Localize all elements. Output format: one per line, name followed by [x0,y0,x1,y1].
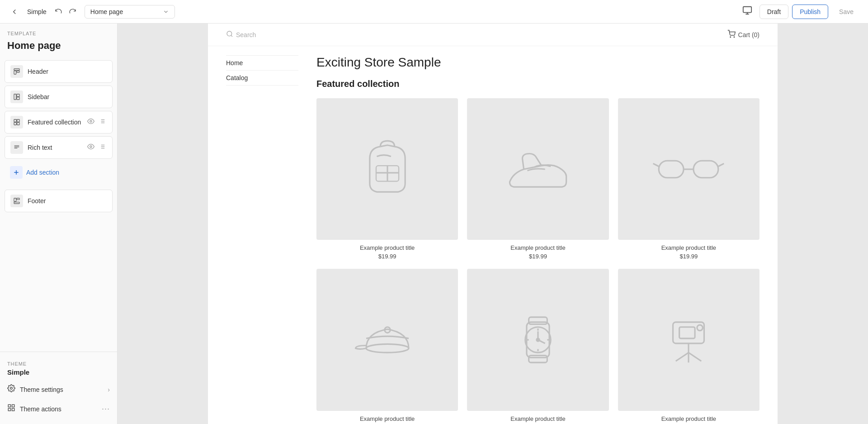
svg-rect-34 [17,198,19,200]
product-card-4[interactable]: Example product title $19.99 [316,269,458,424]
cart-area[interactable]: Cart (0) [727,30,760,39]
template-label: TEMPLATE [0,24,117,38]
product-grid: Example product title $19.99 [316,98,760,424]
add-section-plus-icon [10,166,23,179]
back-button[interactable] [7,5,22,19]
cart-label: Cart (0) [738,31,760,38]
svg-line-41 [231,35,232,37]
publish-button[interactable]: Publish [792,5,828,19]
svg-rect-32 [14,202,19,204]
featured-collection-title: Featured collection [316,79,760,89]
draft-button[interactable]: Draft [760,5,788,19]
preview-area: Search Cart (0) Home Catalog [118,24,868,424]
svg-rect-0 [743,7,751,13]
svg-rect-46 [659,161,684,178]
sidebar-page-title: Home page [0,38,117,59]
product-image-5 [467,269,609,410]
main-layout: TEMPLATE Home page Header Sidebar Featur… [0,0,868,424]
store-title-bar: Exciting Store Sample [316,55,760,70]
svg-line-69 [689,353,701,361]
header-section-icon [10,65,23,78]
header-section-name: Header [28,68,107,75]
preview-frame: Search Cart (0) Home Catalog [208,24,778,424]
svg-rect-33 [14,198,16,201]
sidebar-bottom: THEME Simple Theme settings › Theme acti… [0,352,117,424]
product-name-3: Example product title [661,244,716,251]
topbar-right: Draft Publish Save [739,4,861,19]
sidebar-section-name: Sidebar [28,93,107,100]
topbar: Simple Home page Draft Publish Save [0,0,868,24]
nav-item-catalog[interactable]: Catalog [226,71,298,86]
svg-rect-3 [14,69,19,70]
section-header[interactable]: Header [5,60,113,83]
rich-text-drag-icon[interactable] [98,143,107,152]
svg-rect-7 [17,94,19,96]
add-section-label: Add section [26,169,59,176]
page-selector[interactable]: Home page [85,5,175,19]
svg-rect-38 [8,409,10,411]
theme-label: THEME [0,357,117,367]
section-rich-text[interactable]: Rich text [5,136,113,159]
page-selector-value: Home page [90,8,123,15]
featured-collection-drag-icon[interactable] [98,117,107,127]
undo-button[interactable] [52,5,65,18]
product-card-6[interactable]: Example product title $19.99 [618,269,760,424]
add-section-button[interactable]: Add section [5,162,113,183]
nav-item-home[interactable]: Home [226,55,298,71]
svg-point-35 [10,387,13,390]
product-price-1: $19.99 [378,253,396,260]
svg-line-49 [653,163,659,166]
product-card-5[interactable]: Example product title $19.99 [467,269,609,424]
svg-point-13 [90,120,92,122]
undo-redo-group [52,5,79,18]
settings-gear-icon [7,384,15,395]
svg-line-68 [676,353,689,361]
product-image-4 [316,269,458,410]
theme-actions-item[interactable]: Theme actions ··· [0,399,117,419]
featured-collection-name: Featured collection [28,119,81,126]
product-image-1 [316,98,458,240]
featured-collection-icon [10,116,23,129]
store-main: Exciting Store Sample Featured collectio… [316,55,760,424]
redo-button[interactable] [66,5,79,18]
search-icon [226,30,233,39]
section-sidebar[interactable]: Sidebar [5,86,113,108]
svg-rect-10 [17,119,19,122]
cart-icon [727,30,736,39]
svg-rect-56 [529,355,547,362]
topbar-left: Simple Home page [7,5,175,19]
monitor-icon[interactable] [739,4,756,19]
svg-rect-65 [679,327,695,338]
product-card-2[interactable]: Example product title $19.99 [467,98,609,260]
theme-name: Simple [0,367,117,380]
featured-collection-visibility-icon[interactable] [86,117,96,128]
svg-line-50 [718,163,724,166]
product-image-2 [467,98,609,240]
rich-text-name: Rich text [28,144,81,151]
store-nav: Home Catalog [226,55,298,424]
sidebar-resize-handle[interactable] [115,24,117,424]
section-featured-collection[interactable]: Featured collection [5,111,113,133]
svg-point-51 [366,344,409,353]
rich-text-visibility-icon[interactable] [86,142,96,153]
footer-section-name: Footer [28,197,107,205]
svg-rect-4 [14,71,16,74]
footer-section-icon [10,195,23,207]
product-name-5: Example product title [510,415,565,422]
product-name-4: Example product title [360,415,415,422]
sidebar-section-icon [10,91,23,103]
save-button[interactable]: Save [832,5,861,19]
search-box[interactable]: Search [226,30,256,39]
theme-settings-item[interactable]: Theme settings › [0,380,117,399]
svg-point-23 [90,146,92,148]
svg-rect-36 [8,405,10,407]
section-footer[interactable]: Footer [5,190,113,212]
theme-settings-label: Theme settings [20,386,63,393]
product-card-1[interactable]: Example product title $19.99 [316,98,458,260]
product-card-3[interactable]: Example product title $19.99 [618,98,760,260]
svg-rect-12 [17,123,19,125]
svg-point-59 [537,338,539,341]
svg-rect-55 [529,317,547,324]
product-image-3 [618,98,760,240]
product-name-6: Example product title [661,415,716,422]
